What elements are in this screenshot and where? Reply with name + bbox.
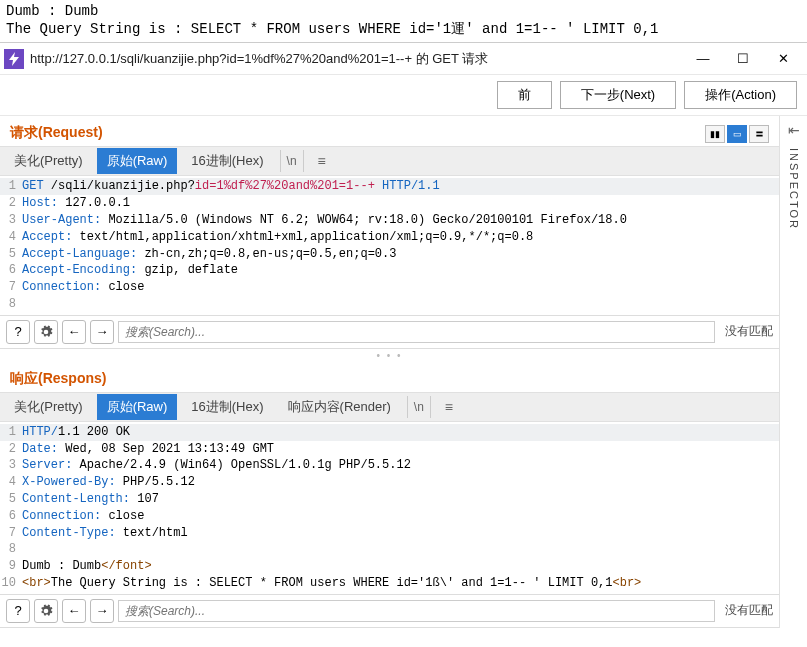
burp-window: http://127.0.0.1/sqli/kuanzijie.php?id=1… [0,42,807,627]
response-body[interactable]: 1HTTP/1.1 200 OK 2Date: Wed, 08 Sep 2021… [0,422,779,594]
newline-toggle[interactable]: \n [280,150,304,172]
action-toolbar: 前 下一步(Next) 操作(Action) [0,75,807,116]
prev-button[interactable]: 前 [497,81,552,109]
request-tabs: 美化(Pretty) 原始(Raw) 16进制(Hex) \n ≡ [0,146,779,176]
tab-hex[interactable]: 16进制(Hex) [181,148,273,174]
prev-match-icon-resp[interactable]: ← [62,599,86,623]
inspector-label[interactable]: INSPECTOR [788,148,800,230]
next-button[interactable]: 下一步(Next) [560,81,676,109]
search-input[interactable] [118,321,715,343]
close-button[interactable]: ✕ [763,45,803,73]
tab-raw[interactable]: 原始(Raw) [97,148,178,174]
menu-icon[interactable]: ≡ [310,149,334,173]
title-bar: http://127.0.0.1/sqli/kuanzijie.php?id=1… [0,43,807,75]
browser-output: Dumb : Dumb The Query String is : SELECT… [0,0,807,40]
view-split-icon[interactable]: ▭ [727,125,747,143]
no-match-label: 没有匹配 [725,323,773,340]
response-search-bar: ? ← → 没有匹配 [0,594,779,628]
menu-icon-resp[interactable]: ≡ [437,395,461,419]
search-input-resp[interactable] [118,600,715,622]
view-rows-icon[interactable]: 〓 [749,125,769,143]
newline-toggle-resp[interactable]: \n [407,396,431,418]
response-tabs: 美化(Pretty) 原始(Raw) 16进制(Hex) 响应内容(Render… [0,392,779,422]
next-match-icon[interactable]: → [90,320,114,344]
prev-match-icon[interactable]: ← [62,320,86,344]
request-search-bar: ? ← → 没有匹配 [0,315,779,349]
output-line-2: The Query String is : SELECT * FROM user… [6,20,801,38]
gear-icon[interactable] [34,320,58,344]
inspector-panel: ⇤ INSPECTOR [779,116,807,627]
view-columns-icon[interactable]: ▮▮ [705,125,725,143]
gear-icon-resp[interactable] [34,599,58,623]
tab-raw-resp[interactable]: 原始(Raw) [97,394,178,420]
lightning-icon [4,49,24,69]
help-icon[interactable]: ? [6,320,30,344]
request-header: 请求(Request) [0,116,705,146]
tab-pretty[interactable]: 美化(Pretty) [4,148,93,174]
inspector-toggle-icon[interactable]: ⇤ [788,122,800,138]
response-header: 响应(Respons) [0,362,779,392]
window-title: http://127.0.0.1/sqli/kuanzijie.php?id=1… [30,50,683,68]
splitter-handle[interactable]: • • • [0,349,779,362]
minimize-button[interactable]: — [683,45,723,73]
no-match-label-resp: 没有匹配 [725,602,773,619]
tab-render-resp[interactable]: 响应内容(Render) [278,394,401,420]
maximize-button[interactable]: ☐ [723,45,763,73]
action-button[interactable]: 操作(Action) [684,81,797,109]
next-match-icon-resp[interactable]: → [90,599,114,623]
output-line-1: Dumb : Dumb [6,2,801,20]
tab-hex-resp[interactable]: 16进制(Hex) [181,394,273,420]
tab-pretty-resp[interactable]: 美化(Pretty) [4,394,93,420]
help-icon-resp[interactable]: ? [6,599,30,623]
request-body[interactable]: 1GET /sqli/kuanzijie.php?id=1%df%27%20an… [0,176,779,314]
